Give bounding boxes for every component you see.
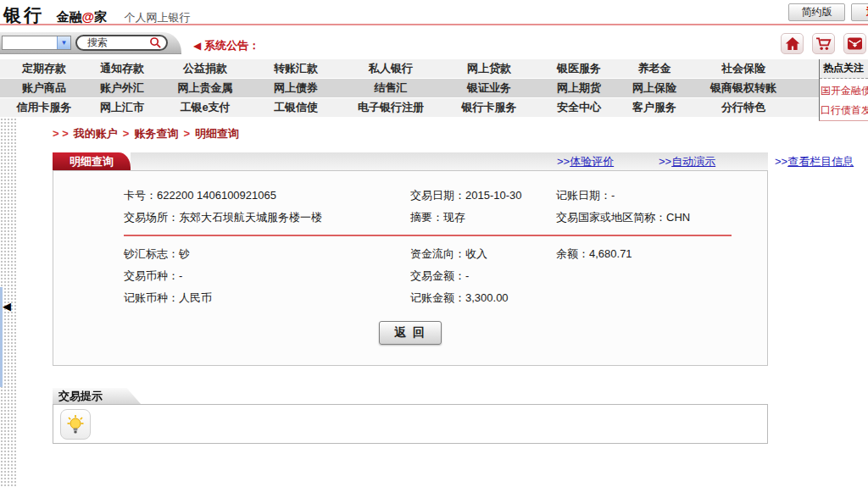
nav-item-account-forex[interactable]: 账户外汇 bbox=[85, 80, 159, 96]
field-value: 收入 bbox=[465, 247, 487, 260]
breadcrumb-separator: > bbox=[123, 127, 130, 140]
field-value: 2015-10-30 bbox=[465, 189, 522, 202]
field-value: 3,300.00 bbox=[465, 291, 509, 304]
sidebar-collapse-strip: ◀ bbox=[0, 118, 16, 487]
nav-item-bankcard-service[interactable]: 银行卡服务 bbox=[441, 100, 537, 115]
hot-topic-link-cdb-bond[interactable]: 国开金融债 bbox=[820, 79, 868, 98]
nav-item-time-deposit[interactable]: 定期存款 bbox=[3, 61, 85, 76]
field-summary: 摘要：现存 bbox=[410, 207, 556, 229]
field-value: - bbox=[179, 269, 182, 282]
field-transaction-currency: 交易币种：- bbox=[124, 265, 410, 287]
field-label: 钞汇标志： bbox=[124, 247, 179, 260]
field-empty bbox=[556, 265, 767, 287]
field-label: 摘要： bbox=[410, 211, 443, 224]
field-value: 钞 bbox=[179, 247, 190, 260]
nav-item-bank-securities[interactable]: 银证业务 bbox=[441, 80, 537, 96]
detail-panel-header-bar: >>体验评价 >>自动演示 >>查看栏目信息 bbox=[131, 152, 768, 170]
brand-bank-text: 银行 bbox=[3, 5, 44, 25]
nav-item-online-futures[interactable]: 网上期货 bbox=[537, 80, 620, 96]
field-value: 东郊大石坝航天城服务楼一楼 bbox=[179, 211, 322, 224]
nav-item-private-banking[interactable]: 私人银行 bbox=[341, 61, 441, 76]
cart-icon[interactable] bbox=[812, 33, 835, 54]
search-icon[interactable] bbox=[149, 36, 162, 49]
nav-row-3: 信用卡服务 网上汇市 工银e支付 工银信使 电子银行注册 银行卡服务 安全中心 … bbox=[0, 98, 819, 117]
product-title: 个人网上银行 bbox=[125, 11, 191, 24]
nav-item-bank-merchant-transfer[interactable]: 银商银权转账 bbox=[688, 80, 798, 96]
simple-version-button[interactable]: 简约版 bbox=[788, 3, 845, 21]
field-booking-currency: 记账币种：人民币 bbox=[124, 287, 410, 309]
brand-slogan-right: 家 bbox=[94, 9, 107, 24]
field-cash-remit-flag: 钞汇标志：钞 bbox=[124, 243, 410, 265]
top-bar: 银行 金融@家 个人网上银行 简约版 退出 bbox=[0, 0, 868, 25]
nav-item-credit-card[interactable]: 信用卡服务 bbox=[3, 100, 85, 115]
detail-row: 交易币种：- 交易金额：- bbox=[53, 265, 767, 287]
field-label: 记账金额： bbox=[410, 291, 465, 304]
nav-item-charity-donation[interactable]: 公益捐款 bbox=[159, 61, 251, 76]
nav-item-online-insurance[interactable]: 网上保险 bbox=[620, 80, 688, 96]
tips-panel bbox=[53, 404, 768, 444]
detail-row: 记账币种：人民币 记账金额：3,300.00 bbox=[53, 287, 767, 309]
back-button[interactable]: 返 回 bbox=[379, 321, 442, 345]
breadcrumb-my-accounts[interactable]: 我的账户 bbox=[74, 127, 118, 140]
field-fund-flow: 资金流向：收入 bbox=[410, 243, 556, 265]
link-label: 查看栏目信息 bbox=[787, 155, 854, 168]
nav-item-ebank-register[interactable]: 电子银行注册 bbox=[341, 100, 441, 115]
nav-item-precious-metal[interactable]: 网上贵金属 bbox=[159, 80, 251, 96]
home-icon[interactable] bbox=[781, 33, 804, 54]
nav-item-customer-service[interactable]: 客户服务 bbox=[620, 100, 688, 115]
chevron-down-icon[interactable]: ▼ bbox=[57, 36, 70, 49]
link-prefix: >> bbox=[557, 155, 570, 168]
field-label: 交易金额： bbox=[410, 269, 465, 282]
nav-item-online-loan[interactable]: 网上贷款 bbox=[441, 61, 537, 76]
back-button-row: 返 回 bbox=[53, 321, 767, 345]
nav-item-forex-market[interactable]: 网上汇市 bbox=[85, 100, 159, 115]
field-card-number: 卡号：622200 1406100921065 bbox=[124, 185, 410, 207]
nav-item-online-bond[interactable]: 网上债券 bbox=[251, 80, 341, 96]
hot-topic-link-exim-bond[interactable]: 口行债首发 bbox=[820, 98, 868, 118]
nav-item-medical-service[interactable]: 银医服务 bbox=[537, 61, 620, 76]
view-column-info-link[interactable]: >>查看栏目信息 bbox=[775, 154, 854, 169]
field-value: 622200 1406100921065 bbox=[157, 189, 276, 202]
search-category-select[interactable]: ▼ bbox=[2, 36, 71, 50]
detail-row: 钞汇标志：钞 资金流向：收入 余额：4,680.71 bbox=[53, 243, 767, 265]
field-transaction-place: 交易场所：东郊大石坝航天城服务楼一楼 bbox=[124, 207, 410, 229]
field-label: 交易日期： bbox=[410, 189, 465, 202]
link-prefix: >> bbox=[775, 155, 787, 168]
nav-item-account-commodity[interactable]: 账户商品 bbox=[3, 80, 85, 96]
nav-item-pension[interactable]: 养老金 bbox=[620, 61, 688, 76]
field-transaction-amount: 交易金额：- bbox=[410, 265, 556, 287]
nav-item-branch-features[interactable]: 分行特色 bbox=[688, 100, 798, 115]
field-value: CHN bbox=[666, 211, 690, 224]
nav-item-notice-deposit[interactable]: 通知存款 bbox=[85, 61, 159, 76]
field-value: - bbox=[611, 189, 615, 202]
nav-row-1: 定期存款 通知存款 公益捐款 转账汇款 私人银行 网上贷款 银医服务 养老金 社… bbox=[0, 59, 819, 78]
collapse-arrow-icon[interactable]: ◀ bbox=[3, 301, 11, 313]
nav-item-transfer-remit[interactable]: 转账汇款 bbox=[251, 61, 341, 76]
nav-item-icbc-messenger[interactable]: 工银信使 bbox=[251, 100, 341, 115]
breadcrumb-account-inquiry[interactable]: 账务查询 bbox=[134, 127, 178, 140]
nav-item-icbc-epay[interactable]: 工银e支付 bbox=[159, 100, 251, 115]
breadcrumb-prefix: > > bbox=[53, 127, 69, 140]
nav-item-forex-settlement[interactable]: 结售汇 bbox=[341, 80, 441, 96]
link-label: 自动演示 bbox=[671, 155, 715, 168]
logout-button[interactable]: 退出 bbox=[851, 3, 868, 21]
mail-icon[interactable] bbox=[843, 33, 866, 54]
field-label: 记账日期： bbox=[556, 189, 611, 202]
detail-panel: 卡号：622200 1406100921065 交易日期：2015-10-30 … bbox=[53, 170, 768, 366]
nav-item-security-center[interactable]: 安全中心 bbox=[537, 100, 620, 115]
field-label: 交易场所： bbox=[124, 211, 179, 224]
nav-row-2: 账户商品 账户外汇 网上贵金属 网上债券 结售汇 银证业务 网上期货 网上保险 … bbox=[0, 79, 819, 97]
breadcrumb-detail-inquiry[interactable]: 明细查询 bbox=[195, 127, 239, 140]
auto-demo-link[interactable]: >>自动演示 bbox=[659, 154, 715, 169]
announcement-label: 系统公告： bbox=[204, 39, 259, 52]
experience-rating-link[interactable]: >>体验评价 bbox=[557, 154, 614, 169]
nav-item-social-insurance[interactable]: 社会保险 bbox=[688, 61, 798, 76]
tab-detail-inquiry: 明细查询 bbox=[53, 152, 131, 170]
field-label: 交易国家或地区简称： bbox=[556, 211, 666, 224]
search-input[interactable]: 搜索 bbox=[75, 35, 168, 51]
field-value: 4,680.71 bbox=[589, 247, 632, 260]
field-booking-amount: 记账金额：3,300.00 bbox=[410, 287, 556, 309]
link-label: 体验评价 bbox=[570, 155, 614, 168]
search-select-value bbox=[3, 36, 57, 49]
brand: 银行 金融@家 个人网上银行 bbox=[3, 3, 191, 27]
